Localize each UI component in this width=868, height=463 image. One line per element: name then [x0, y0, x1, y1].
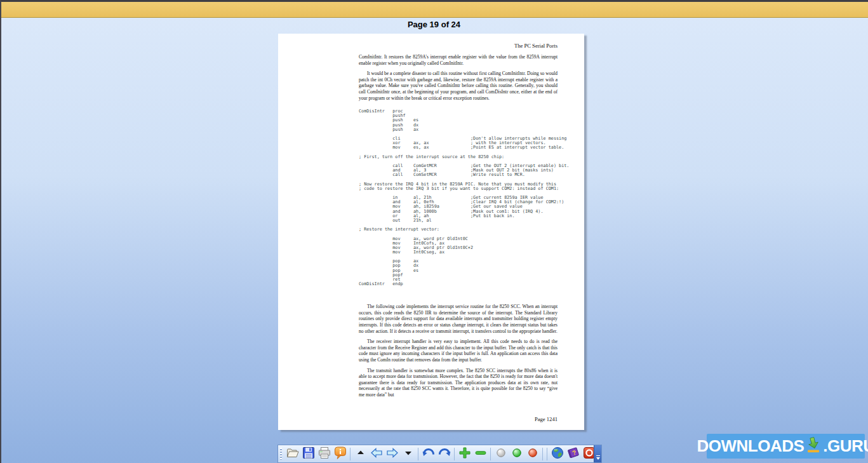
toolbar-separator — [490, 448, 491, 460]
help-book-icon: ? — [566, 446, 580, 462]
redo-button[interactable] — [436, 446, 452, 462]
zoom-out-button[interactable] — [472, 446, 488, 462]
help-button[interactable]: ? — [565, 446, 581, 462]
chevron-down-icon — [596, 457, 600, 460]
print-button[interactable] — [316, 446, 332, 462]
window-border-top — [0, 0, 868, 2]
redo-icon — [437, 446, 451, 462]
page-indicator: Page 19 of 24 — [0, 20, 868, 29]
green-led-icon — [511, 447, 523, 461]
title-bar — [1, 2, 868, 18]
arrow-right-icon — [385, 446, 399, 462]
zoom-in-button[interactable] — [457, 446, 472, 462]
gray-led-icon — [495, 447, 507, 461]
open-button[interactable] — [284, 446, 300, 462]
triangle-down-icon — [402, 446, 415, 462]
globe-icon — [551, 446, 564, 462]
about-button[interactable] — [332, 446, 348, 462]
watermark-text-left: DOWNLOADS — [697, 436, 804, 456]
paragraph: The transmit handler is somewhat more co… — [359, 368, 558, 398]
paragraph: The receiver interrupt handler is very e… — [359, 339, 558, 363]
minus-icon — [474, 446, 488, 462]
toolbar-separator — [350, 448, 351, 460]
printer-icon — [317, 446, 331, 462]
downloads-guru-watermark[interactable]: DOWNLOADS .GURU — [707, 434, 865, 459]
toolbar-separator — [454, 448, 455, 460]
scroll-up-button[interactable] — [352, 446, 368, 462]
document-page: The PC Serial Ports ComInitIntr. It rest… — [278, 34, 584, 430]
info-balloon-icon — [333, 446, 347, 462]
page-footer-number: Page 1241 — [535, 416, 558, 422]
red-led-icon — [527, 447, 538, 461]
toolbar-separator — [542, 448, 543, 460]
bottom-toolbar: ? — [277, 445, 602, 463]
status-gray-button[interactable] — [493, 446, 509, 462]
toolbar-overflow-button[interactable] — [594, 445, 601, 462]
toolbar-separator — [418, 448, 418, 460]
undo-button[interactable] — [420, 446, 436, 462]
plus-icon — [458, 446, 472, 462]
paragraph: It would be a complete disaster to call … — [359, 70, 558, 101]
next-page-button[interactable] — [384, 446, 400, 462]
toolbar-separator — [547, 448, 547, 460]
scroll-down-button[interactable] — [400, 446, 416, 462]
watermark-text-right: .GURU — [823, 436, 868, 456]
status-green-button[interactable] — [509, 446, 524, 462]
running-header: The PC Serial Ports — [359, 43, 558, 49]
paragraph: The following code implements the interr… — [359, 304, 558, 334]
download-arrow-icon — [805, 436, 822, 457]
undo-icon — [422, 446, 436, 462]
previous-page-button[interactable] — [368, 446, 384, 462]
assembly-code-block: ComDisIntr proc pushf push es push dx pu… — [359, 109, 558, 286]
paragraph: ComInitIntr. It restores the 8259A's int… — [359, 54, 558, 66]
overflow-dash — [596, 455, 600, 456]
arrow-left-icon — [370, 446, 384, 462]
open-folder-icon — [286, 446, 300, 462]
status-red-button[interactable] — [524, 446, 540, 462]
floppy-save-icon — [302, 446, 316, 462]
viewer-window: Page 19 of 24 The PC Serial Ports ComIni… — [0, 0, 868, 463]
save-button[interactable] — [300, 446, 316, 462]
web-button[interactable] — [549, 446, 565, 462]
triangle-up-icon — [354, 446, 367, 462]
toolbar-grip-handle[interactable] — [280, 448, 282, 460]
window-border-left — [0, 0, 1, 463]
